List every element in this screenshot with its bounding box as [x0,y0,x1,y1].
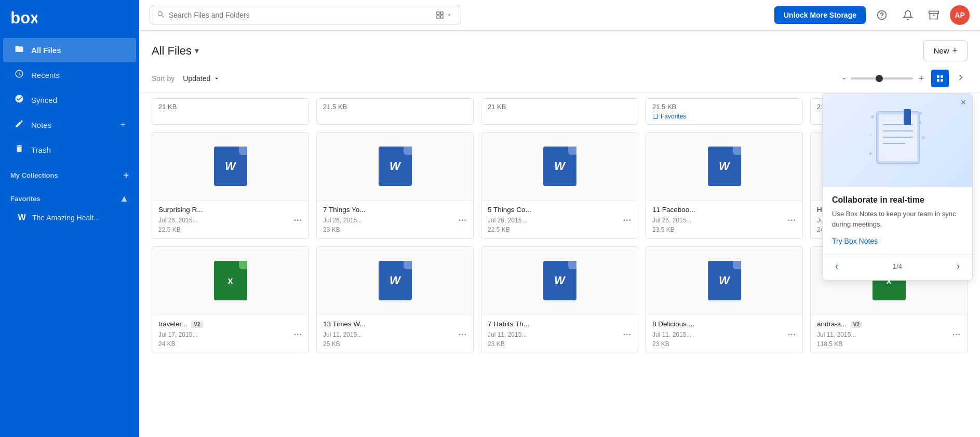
file-card-partial-3[interactable]: 21.5 KB Favorites [646,98,803,125]
logo: box [0,0,139,37]
folder-icon [14,44,25,56]
sidebar-item-synced[interactable]: Synced [3,88,136,112]
popup-desc: Use Box Notes to keep your team in sync … [832,209,963,229]
word-icon-2: W [543,147,576,186]
notifications-btn[interactable] [898,5,918,25]
help-btn[interactable] [872,5,892,25]
new-btn[interactable]: New + [923,40,968,61]
page-header: All Files ▾ New + [139,31,980,67]
sort-btn[interactable]: Updated [180,72,223,85]
main-content: Unlock More Storage AP All Files ▾ New +… [139,0,980,437]
file-more-btn-3[interactable]: ··· [788,216,796,225]
file-size-2: 21 KB [488,103,632,111]
file-size-0: 21 KB [158,103,302,111]
file-card-7things[interactable]: W 7 Things Yo... Jul 26, 2015... ··· 23 … [316,132,474,239]
try-box-notes-link[interactable]: Try Box Notes [832,237,878,245]
file-meta-2: Jul 26, 2015... ··· [488,216,632,225]
file-card-7habits[interactable]: W 7 Habits Th... Jul 11, 2015... ··· 23 … [481,246,638,353]
search-filter-btn[interactable] [434,11,454,19]
svg-point-18 [871,115,874,118]
svg-point-20 [869,134,871,136]
file-size-info-13: 23 KB [652,340,796,348]
sidebar-item-all-files[interactable]: All Files [3,38,136,62]
word-icon-11: W [379,261,412,300]
file-name-0: Surprising R... [158,206,302,214]
file-card-13times[interactable]: W 13 Times W... Jul 11, 2015... ··· 25 K… [316,246,474,353]
file-more-btn-11[interactable]: ··· [459,330,467,339]
inbox-btn[interactable] [924,5,944,25]
file-card-top-1: W [317,133,473,200]
file-card-partial-0[interactable]: 21 KB [152,98,309,125]
sidebar-sub-item-healt[interactable]: W The Amazing Healt... [3,208,136,228]
file-date-3: Jul 26, 2015... [652,217,785,224]
file-size-info-10: 24 KB [158,340,302,348]
file-card-traveler[interactable]: x traveler... V2 Jul 17, 2015... ··· 24 … [152,246,309,353]
trash-icon [14,144,25,156]
file-name-13: 8 Delicious ... [652,320,796,328]
file-card-partial-1[interactable]: 21.5 KB [316,98,474,125]
popup-close-btn[interactable]: × [960,98,966,107]
svg-rect-2 [440,12,443,15]
svg-text:+: + [918,118,922,126]
file-more-btn-1[interactable]: ··· [459,216,467,225]
sync-icon [14,94,25,106]
file-card-5things[interactable]: W 5 Things Co... Jul 26, 2015... ··· 22.… [481,132,638,239]
file-card-8delicious[interactable]: W 8 Delicious ... Jul 11, 2015... ··· 23… [646,246,803,353]
svg-rect-7 [929,11,938,14]
sidebar-item-label-all-files: All Files [31,46,126,55]
file-card-info-13: 8 Delicious ... Jul 11, 2015... ··· 23 K… [646,314,802,353]
favorites-badge-3[interactable]: Favorites [652,113,796,120]
file-more-btn-2[interactable]: ··· [623,216,632,225]
sidebar-nav: All Files Recents Synced Notes + Trash [0,37,139,228]
unlock-storage-btn[interactable]: Unlock More Storage [774,6,866,24]
file-more-btn-10[interactable]: ··· [294,330,302,339]
file-more-btn-12[interactable]: ··· [623,330,632,339]
sidebar: box All Files Recents Synced Notes [0,0,139,437]
sidebar-item-trash[interactable]: Trash [3,138,136,162]
file-card-info-10: traveler... V2 Jul 17, 2015... ··· 24 KB [152,314,308,353]
topbar: Unlock More Storage AP [139,0,980,31]
file-name-12: 7 Habits Th... [488,320,632,328]
content-area: All Files ▾ New + Sort by Updated - + [139,31,980,437]
file-card-top-10: x [152,247,308,314]
search-input[interactable] [169,11,429,19]
svg-rect-9 [653,114,658,119]
zoom-in-btn[interactable]: + [916,73,926,84]
file-card-11facebook[interactable]: W 11 Faceboo... Jul 26, 2015... ··· 23.5… [646,132,803,239]
collections-add-btn[interactable]: + [123,170,129,181]
word-icon-3: W [708,147,741,186]
popup-next-btn[interactable]: › [954,260,963,273]
new-btn-label: New [933,46,949,55]
favorites-collapse-btn[interactable]: ▲ [119,193,129,204]
file-size-info-1: 23 KB [323,226,467,233]
popup-prev-btn[interactable]: ‹ [832,260,841,273]
sidebar-item-notes[interactable]: Notes + [3,113,136,137]
file-card-surprising[interactable]: W Surprising R... Jul 26, 2015... ··· 22… [152,132,309,239]
page-title-dropdown-icon[interactable]: ▾ [195,46,199,56]
sort-value: Updated [183,74,210,83]
collections-section-header: My Collections + [0,163,139,184]
file-card-info-14: andra-s... V2 Jul 11, 2015... ··· 118.5 … [811,314,967,353]
sidebar-item-recents[interactable]: Recents [3,63,136,87]
file-name-2: 5 Things Co... [488,206,632,214]
file-name-11: 13 Times W... [323,320,467,328]
notes-add-icon[interactable]: + [120,120,126,130]
version-badge-10: V2 [191,321,203,328]
file-size-info-11: 25 KB [323,340,467,348]
zoom-slider[interactable] [851,77,913,80]
word-icon-1: W [379,147,412,186]
zoom-out-btn[interactable]: - [840,73,848,84]
view-list-btn[interactable] [954,71,968,87]
file-card-top-2: W [481,133,638,200]
file-card-partial-2[interactable]: 21 KB [481,98,638,125]
popup-page: 1/4 [893,262,902,270]
file-date-10: Jul 17, 2015... [158,331,291,338]
file-more-btn-13[interactable]: ··· [788,330,796,339]
view-grid-btn[interactable] [931,70,949,87]
file-more-btn-0[interactable]: ··· [294,216,302,225]
search-container [150,6,461,24]
file-card-top-13: W [646,247,802,314]
file-more-btn-14[interactable]: ··· [952,330,961,339]
file-date-12: Jul 11, 2015... [488,331,620,338]
user-avatar-btn[interactable]: AP [950,5,970,25]
